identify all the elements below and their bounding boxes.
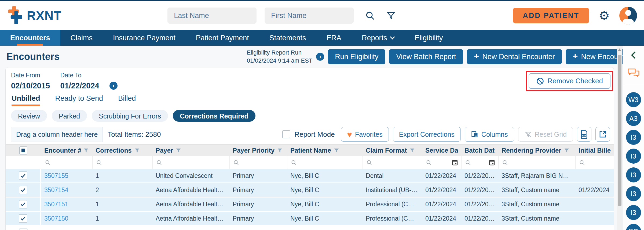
corrections-filter-input[interactable] [92, 156, 152, 169]
column-filter-icon[interactable] [83, 148, 89, 153]
badge[interactable]: RG [626, 224, 641, 230]
nav-item-encounters[interactable]: Encounters [0, 30, 60, 46]
search-icon [579, 159, 585, 166]
column-header-patient-name[interactable]: Patient Name [287, 145, 363, 156]
claim-format-filter-input[interactable] [363, 156, 422, 169]
export-grid-button[interactable] [595, 127, 610, 142]
encounter-filter-input[interactable] [41, 156, 92, 169]
tab-billed[interactable]: Billed [118, 94, 136, 106]
pill-review[interactable]: Review [11, 110, 47, 122]
badge[interactable]: I3 [626, 167, 641, 182]
nav-item-reports[interactable]: Reports [352, 30, 405, 46]
tab-ready-to-send[interactable]: Ready to Send [55, 94, 103, 106]
table-row: 3507155 1 United Convalescent Primary Ny… [6, 169, 614, 182]
column-header-claim-format[interactable]: Claim Format [363, 145, 422, 156]
run-eligibility-button[interactable]: Run Eligibility [328, 49, 385, 64]
gear-icon[interactable]: ⚙ [599, 9, 610, 22]
pill-corrections-required[interactable]: Corrections Required [173, 110, 255, 122]
column-header-payer-priority[interactable]: Payer Priority [229, 145, 287, 156]
first-name-input[interactable] [265, 8, 354, 24]
info-icon[interactable] [109, 82, 118, 90]
column-header-rendering-provider[interactable]: Rendering Provider [498, 145, 575, 156]
column-filter-icon[interactable] [175, 148, 181, 153]
tab-unbilled[interactable]: Unbilled [12, 94, 40, 106]
column-header-service-date[interactable]: Service Date [422, 145, 461, 156]
avatar[interactable] [619, 7, 637, 24]
columns-button[interactable]: Columns [465, 127, 514, 142]
chat-button[interactable] [627, 68, 640, 78]
column-header-payer[interactable]: Payer [152, 145, 229, 156]
initial-billed-filter-input[interactable] [575, 156, 614, 169]
collapse-panel-button[interactable] [630, 51, 637, 59]
encounter-link[interactable]: 3507154 [44, 186, 68, 194]
nav-item-insurance-payment[interactable]: Insurance Payment [103, 30, 186, 46]
calendar-icon[interactable] [452, 159, 458, 166]
row-checkbox[interactable] [19, 171, 27, 180]
encounter-link[interactable]: 3507150 [44, 215, 68, 222]
badge[interactable]: I3 [626, 205, 641, 220]
nav-item-claims[interactable]: Claims [60, 30, 103, 46]
row-checkbox[interactable] [19, 186, 27, 194]
row-checkbox[interactable] [19, 200, 27, 209]
patient-name-filter-input[interactable] [287, 156, 363, 169]
scroll-up-arrow-icon[interactable] [618, 48, 621, 51]
encounter-link[interactable]: 3507155 [44, 172, 68, 179]
service-date-filter-input[interactable] [422, 156, 461, 169]
nav-item-statements[interactable]: Statements [259, 30, 316, 46]
encounter-link[interactable]: 3507151 [44, 201, 68, 208]
nav-item-era[interactable]: ERA [316, 30, 352, 46]
pill-parked[interactable]: Parked [52, 110, 87, 122]
payer-filter-input[interactable] [152, 156, 229, 169]
filter-icon[interactable] [386, 11, 396, 20]
rendering-provider-value: 3Staff, Custom name [502, 186, 559, 194]
badge[interactable]: I3 [626, 130, 641, 145]
scrollbar-thumb[interactable] [618, 55, 621, 206]
batch-date-filter-input[interactable] [461, 156, 498, 169]
badge[interactable]: A3 [626, 111, 641, 126]
payer-priority-filter-input[interactable] [229, 156, 287, 169]
column-header-corrections[interactable]: Corrections [92, 145, 152, 156]
nav-item-eligibility[interactable]: Eligibility [404, 30, 453, 46]
initial-billed-value: 01/22/2024 [579, 186, 609, 194]
column-filter-icon[interactable] [277, 148, 283, 153]
column-filter-icon[interactable] [409, 148, 415, 153]
view-batch-report-button[interactable]: View Batch Report [389, 49, 463, 64]
nav-item-patient-payment[interactable]: Patient Payment [186, 30, 259, 46]
calendar-icon[interactable] [489, 159, 495, 166]
rendering-provider-filter-input[interactable] [498, 156, 575, 169]
grid-toolbar-right: Report Mode ♥ Favorites Export Correctio… [282, 127, 610, 142]
favorites-button[interactable]: ♥ Favorites [341, 127, 389, 142]
column-filter-icon[interactable] [564, 148, 570, 153]
date-from-value[interactable]: 02/10/2015 [11, 81, 50, 90]
info-icon[interactable] [316, 53, 324, 61]
badge[interactable]: I3 [626, 186, 641, 201]
date-filter-row: Date From 02/10/2015 Date To 01/22/2024 … [6, 67, 614, 93]
column-header-initial-billed[interactable]: Initial Billed Date [575, 145, 614, 156]
date-to-value[interactable]: 01/22/2024 [60, 81, 99, 90]
right-rail: W3 A3 I3 I3 I3 I3 I3 RG [623, 46, 644, 230]
add-patient-button[interactable]: ADD PATIENT [513, 8, 589, 23]
row-checkbox[interactable] [19, 228, 28, 230]
row-checkbox[interactable] [19, 214, 27, 223]
badge[interactable]: W3 [626, 92, 641, 107]
pill-scrubbing-for-errors[interactable]: Scrubbing For Errors [92, 110, 168, 122]
column-header-encounter[interactable]: Encounter # [41, 145, 92, 156]
column-header-batch-date[interactable]: Batch Date [461, 145, 498, 156]
badge[interactable]: I3 [626, 149, 641, 164]
remove-checked-button[interactable]: Remove Checked [529, 73, 610, 89]
column-filter-icon[interactable] [334, 148, 339, 153]
export-pdf-button[interactable]: PDF [577, 127, 591, 142]
column-filter-icon[interactable] [134, 148, 140, 153]
last-name-input[interactable] [167, 8, 257, 24]
reset-grid-button[interactable]: Reset Grid [518, 127, 573, 142]
corrections-value: 1 [96, 201, 99, 208]
export-corrections-button[interactable]: Export Corrections [393, 127, 461, 142]
search-icon[interactable] [365, 10, 375, 21]
new-dental-encounter-button[interactable]: New Dental Encounter [467, 49, 562, 64]
vertical-scrollbar[interactable] [617, 46, 622, 230]
date-from-field[interactable]: Date From 02/10/2015 [11, 72, 50, 90]
select-all-checkbox[interactable] [19, 146, 27, 154]
report-mode-checkbox[interactable] [282, 130, 290, 138]
date-to-field[interactable]: Date To 01/22/2024 [60, 72, 99, 90]
rendering-provider-value: 3Staff, Rajaram BIG NAME TES... [502, 172, 572, 179]
